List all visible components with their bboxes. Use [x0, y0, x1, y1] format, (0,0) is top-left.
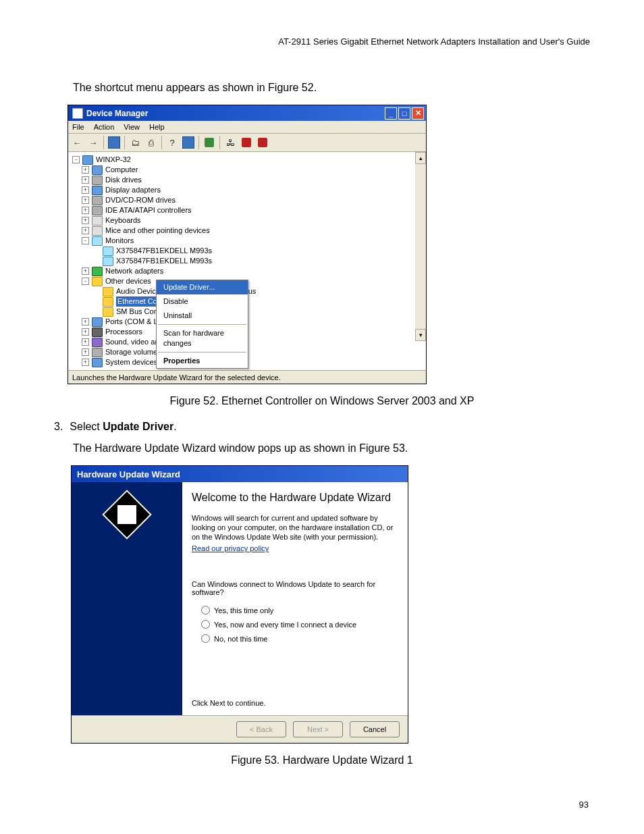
expand-icon[interactable]: +	[82, 267, 89, 275]
monitor-icon	[92, 236, 103, 246]
system-icon	[92, 358, 103, 367]
collapse-icon[interactable]: -	[82, 278, 89, 285]
tree-item[interactable]: Network adapters	[105, 266, 163, 276]
expand-icon[interactable]: +	[82, 207, 89, 214]
radio-yes-always[interactable]	[201, 620, 210, 629]
tree-item[interactable]: X375847FB1EKDELL M993s	[116, 256, 212, 266]
window-titlebar[interactable]: Device Manager _ □ ✕	[68, 105, 426, 121]
update-icon[interactable]	[255, 135, 270, 150]
menu-view[interactable]: View	[124, 123, 140, 131]
tree-item[interactable]: Processors	[105, 327, 142, 337]
sound-icon	[92, 338, 103, 347]
tree-item[interactable]: Sound, video and	[105, 337, 163, 347]
details-icon[interactable]	[181, 135, 196, 150]
ctx-properties[interactable]: Properties	[157, 354, 248, 368]
tree-item[interactable]: X375847FB1EKDELL M993s	[116, 246, 212, 256]
after-step-paragraph: The Hardware Update Wizard window pops u…	[73, 442, 590, 454]
expand-icon[interactable]: +	[82, 166, 89, 174]
maximize-button[interactable]: □	[398, 107, 410, 120]
tree-item[interactable]: DVD/CD-ROM drives	[105, 195, 176, 205]
tree-item[interactable]: Keyboards	[105, 215, 141, 226]
close-button[interactable]: ✕	[412, 107, 424, 120]
scroll-up-icon[interactable]: ▴	[415, 152, 426, 164]
keyboard-icon	[92, 216, 103, 226]
tree-item[interactable]: System devices	[105, 357, 157, 367]
tree-item[interactable]: Mice and other pointing devices	[105, 226, 210, 236]
expand-icon[interactable]: +	[82, 338, 89, 346]
warning-icon	[103, 297, 113, 307]
storage-icon	[92, 348, 103, 357]
net-icon[interactable]: 🖧	[223, 135, 238, 150]
step-3: 3. Select Update Driver.	[54, 421, 590, 433]
menu-help[interactable]: Help	[149, 123, 165, 131]
radio-no[interactable]	[201, 634, 210, 643]
wizard-titlebar[interactable]: Hardware Update Wizard	[72, 466, 408, 482]
collapse-icon[interactable]: -	[72, 156, 80, 163]
scroll-down-icon[interactable]: ▾	[415, 329, 426, 341]
separator	[158, 324, 246, 325]
wizard-footer: < Back Next > Cancel	[72, 715, 408, 743]
mouse-icon	[92, 226, 103, 236]
cancel-button[interactable]: Cancel	[350, 721, 400, 737]
display-icon	[92, 186, 103, 195]
expand-icon[interactable]: +	[82, 328, 89, 336]
computer-icon	[82, 155, 93, 165]
device-tree[interactable]: -WINXP-32 +Computer +Disk drives +Displa…	[68, 152, 415, 370]
titlebar-icon	[72, 108, 83, 119]
wizard-icon	[102, 490, 152, 540]
ctx-disable[interactable]: Disable	[157, 294, 248, 309]
page-number: 93	[579, 800, 589, 810]
expand-icon[interactable]: +	[82, 348, 89, 356]
ctx-scan[interactable]: Scan for hardware changes	[157, 326, 248, 350]
radio-label: Yes, this time only	[214, 606, 273, 615]
expand-icon[interactable]: +	[82, 176, 89, 184]
next-button[interactable]: Next >	[293, 721, 343, 737]
print-icon[interactable]: ⎙	[144, 135, 159, 150]
processor-icon	[92, 328, 103, 337]
tree-item[interactable]: Other devices	[105, 276, 151, 286]
toolbar: ← → 🗂 ⎙ ? 🖧	[68, 134, 426, 152]
forward-icon[interactable]: →	[86, 135, 101, 150]
figure-52-caption: Figure 52. Ethernet Controller on Window…	[54, 395, 590, 407]
menu-file[interactable]: File	[72, 123, 84, 131]
minimize-button[interactable]: _	[385, 107, 397, 120]
tree-item[interactable]: Monitors	[105, 236, 134, 246]
expand-icon[interactable]: +	[82, 227, 89, 234]
disable-icon[interactable]	[239, 135, 254, 150]
tree-item[interactable]: Computer	[105, 165, 138, 175]
ports-icon	[92, 317, 103, 327]
expand-icon[interactable]: +	[82, 197, 89, 204]
hardware-update-wizard: Hardware Update Wizard Welcome to the Ha…	[71, 465, 408, 744]
expand-icon[interactable]: +	[82, 186, 89, 194]
tree-item[interactable]: Storage volumes	[105, 347, 161, 357]
properties-icon[interactable]	[107, 135, 122, 150]
step-number: 3.	[54, 421, 63, 433]
scan-icon[interactable]	[202, 135, 217, 150]
expand-icon[interactable]: +	[82, 318, 89, 325]
intro-paragraph: The shortcut menu appears as shown in Fi…	[73, 82, 590, 94]
ctx-uninstall[interactable]: Uninstall	[157, 309, 248, 323]
ctx-update-driver[interactable]: Update Driver...	[157, 280, 248, 294]
menu-action[interactable]: Action	[94, 123, 115, 131]
expand-icon[interactable]: +	[82, 217, 89, 224]
warning-icon	[103, 307, 113, 317]
radio-yes-once[interactable]	[201, 606, 210, 615]
tree-item[interactable]: IDE ATA/ATAPI controllers	[105, 205, 192, 215]
window-title: Device Manager	[86, 109, 148, 118]
back-icon[interactable]: ←	[70, 135, 84, 150]
collapse-icon[interactable]: -	[82, 237, 89, 244]
tree-item[interactable]: Display adapters	[105, 185, 161, 195]
expand-icon[interactable]: +	[82, 359, 89, 366]
separator	[158, 352, 246, 353]
tree-item[interactable]: Disk drives	[105, 175, 142, 185]
privacy-link[interactable]: Read our privacy policy	[192, 544, 396, 552]
tree-icon[interactable]: 🗂	[128, 135, 142, 150]
help-icon[interactable]: ?	[165, 135, 180, 150]
document-header: AT-2911 Series Gigabit Ethernet Network …	[54, 36, 590, 47]
warning-icon	[103, 287, 113, 296]
monitor-icon	[103, 246, 113, 256]
status-bar: Launches the Hardware Update Wizard for …	[68, 370, 426, 384]
monitor-icon	[103, 257, 113, 266]
back-button: < Back	[236, 721, 286, 737]
vertical-scrollbar[interactable]: ▴ ▾	[415, 152, 426, 341]
